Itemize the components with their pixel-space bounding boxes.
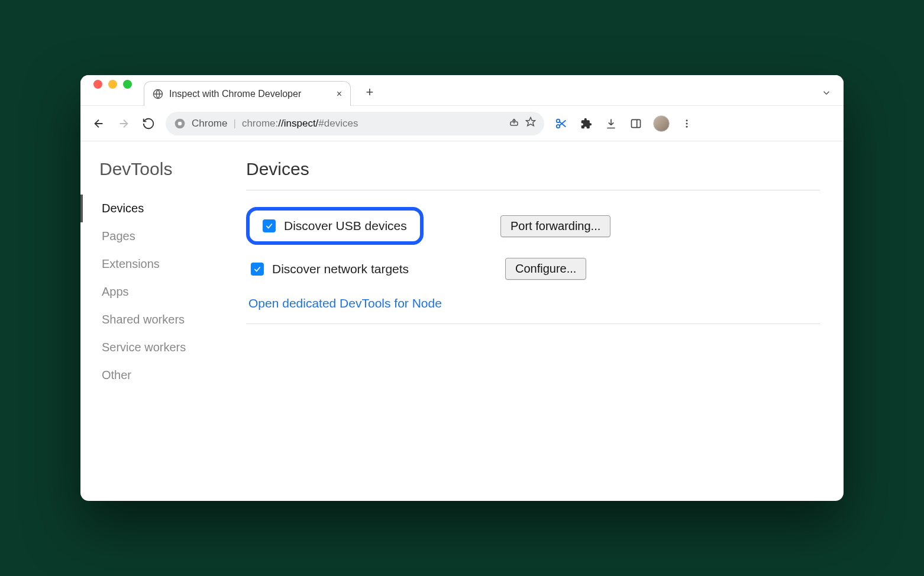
- titlebar: Inspect with Chrome Developer × +: [80, 75, 844, 106]
- svg-marker-6: [526, 118, 535, 126]
- profile-avatar[interactable]: [653, 115, 670, 132]
- discover-usb-label: Discover USB devices: [284, 219, 407, 233]
- downloads-icon[interactable]: [603, 116, 619, 131]
- discover-usb-checkbox[interactable]: [263, 219, 276, 232]
- sidebar-item-shared-workers[interactable]: Shared workers: [80, 306, 234, 334]
- tab-title: Inspect with Chrome Developer: [169, 89, 331, 99]
- main-panel: Devices Discover USB devices Port forwar…: [234, 141, 844, 501]
- close-tab-icon[interactable]: ×: [337, 89, 342, 99]
- forward-button[interactable]: [116, 116, 131, 131]
- scissors-icon[interactable]: [554, 116, 569, 131]
- toolbar: Chrome | chrome://inspect/#devices: [80, 106, 844, 141]
- back-button[interactable]: [91, 116, 106, 131]
- svg-point-14: [686, 122, 688, 124]
- sidebar-title: DevTools: [99, 159, 234, 179]
- zoom-window-button[interactable]: [123, 80, 132, 89]
- highlight-discover-usb: Discover USB devices: [246, 207, 424, 245]
- omnibox-chip: Chrome: [192, 118, 227, 130]
- new-tab-button[interactable]: +: [361, 84, 378, 101]
- sidebar: DevTools Devices Pages Extensions Apps S…: [80, 141, 234, 501]
- globe-icon: [153, 89, 163, 99]
- svg-point-4: [178, 121, 182, 125]
- port-forwarding-button[interactable]: Port forwarding...: [500, 215, 610, 237]
- extensions-icon[interactable]: [579, 116, 594, 131]
- page-content: DevTools Devices Pages Extensions Apps S…: [80, 141, 844, 501]
- menu-icon[interactable]: [679, 116, 694, 131]
- omnibox[interactable]: Chrome | chrome://inspect/#devices: [166, 112, 544, 135]
- sidebar-item-service-workers[interactable]: Service workers: [80, 334, 234, 361]
- close-window-button[interactable]: [93, 80, 102, 89]
- sidebar-item-pages[interactable]: Pages: [80, 222, 234, 250]
- share-icon[interactable]: [509, 117, 519, 130]
- configure-button[interactable]: Configure...: [505, 258, 586, 280]
- minimize-window-button[interactable]: [108, 80, 117, 89]
- browser-window: Inspect with Chrome Developer × + Chrome…: [80, 75, 844, 501]
- omnibox-url: chrome://inspect/#devices: [242, 118, 503, 130]
- sidebar-item-devices[interactable]: Devices: [80, 195, 234, 222]
- side-panel-icon[interactable]: [628, 116, 644, 131]
- browser-tab[interactable]: Inspect with Chrome Developer ×: [144, 81, 351, 106]
- bookmark-icon[interactable]: [525, 117, 536, 130]
- sidebar-item-extensions[interactable]: Extensions: [80, 250, 234, 278]
- divider: [246, 323, 820, 324]
- sidebar-item-other[interactable]: Other: [80, 361, 234, 389]
- sidebar-item-apps[interactable]: Apps: [80, 278, 234, 306]
- reload-button[interactable]: [141, 116, 156, 131]
- svg-point-15: [686, 125, 688, 127]
- main-heading: Devices: [246, 159, 820, 190]
- svg-point-13: [686, 119, 688, 121]
- sidebar-list: Devices Pages Extensions Apps Shared wor…: [99, 195, 234, 389]
- omnibox-separator: |: [233, 118, 235, 130]
- discover-network-checkbox[interactable]: [251, 263, 264, 276]
- traffic-lights: [93, 75, 132, 99]
- svg-rect-11: [632, 119, 641, 127]
- chrome-icon: [174, 118, 186, 130]
- discover-network-label: Discover network targets: [272, 262, 409, 276]
- tab-search-button[interactable]: [821, 88, 832, 101]
- open-node-devtools-link[interactable]: Open dedicated DevTools for Node: [246, 288, 444, 321]
- tab-strip: Inspect with Chrome Developer ×: [144, 75, 351, 105]
